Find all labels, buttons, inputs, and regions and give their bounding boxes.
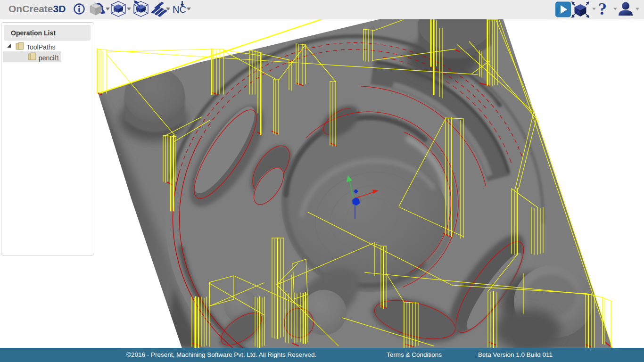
svg-text:NC: NC [173, 4, 186, 15]
svg-text:?: ? [598, 0, 607, 18]
